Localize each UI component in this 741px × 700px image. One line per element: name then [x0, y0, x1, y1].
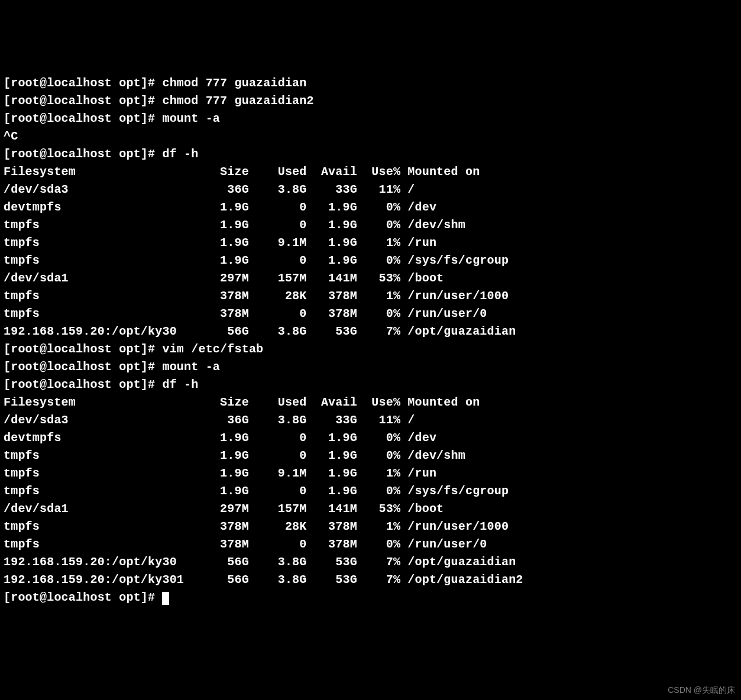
shell-prompt: [root@localhost opt]# [4, 76, 162, 90]
df-row: tmpfs 1.9G 9.1M 1.9G 1% /run [4, 465, 737, 482]
df-row: 192.168.159.20:/opt/ky301 56G 3.8G 53G 7… [4, 571, 737, 589]
shell-command: df -h [162, 147, 198, 161]
df-row: 192.168.159.20:/opt/ky30 56G 3.8G 53G 7%… [4, 323, 737, 341]
df-row: /dev/sda1 297M 157M 141M 53% /boot [4, 270, 737, 287]
df-row: tmpfs 1.9G 0 1.9G 0% /sys/fs/cgroup [4, 252, 737, 270]
shell-prompt: [root@localhost opt]# [4, 378, 162, 391]
df-row: tmpfs 1.9G 0 1.9G 0% /sys/fs/cgroup [4, 482, 737, 500]
shell-command: chmod 777 guazaidian2 [162, 94, 313, 108]
command-line: [root@localhost opt]# mount -a [4, 358, 737, 376]
cursor-icon [162, 592, 169, 605]
watermark-text: CSDN @失眠的床 [668, 684, 735, 696]
df-header: Filesystem Size Used Avail Use% Mounted … [4, 163, 737, 181]
command-line: [root@localhost opt]# df -h [4, 376, 737, 394]
df-row: 192.168.159.20:/opt/ky30 56G 3.8G 53G 7%… [4, 553, 737, 571]
df-row: tmpfs 378M 0 378M 0% /run/user/0 [4, 536, 737, 553]
command-line: [root@localhost opt]# vim /etc/fstab [4, 341, 737, 358]
shell-command: chmod 777 guazaidian [162, 76, 306, 90]
shell-prompt: [root@localhost opt]# [4, 591, 162, 604]
df-row: /dev/sda1 297M 157M 141M 53% /boot [4, 500, 737, 518]
shell-prompt: [root@localhost opt]# [4, 112, 162, 125]
df-row: devtmpfs 1.9G 0 1.9G 0% /dev [4, 199, 737, 216]
shell-prompt: [root@localhost opt]# [4, 342, 162, 356]
df-row: /dev/sda3 36G 3.8G 33G 11% / [4, 181, 737, 199]
shell-command: mount -a [162, 360, 220, 374]
df-row: tmpfs 1.9G 0 1.9G 0% /dev/shm [4, 216, 737, 234]
terminal-output[interactable]: [root@localhost opt]# chmod 777 guazaidi… [4, 74, 737, 607]
command-line: [root@localhost opt]# df -h [4, 145, 737, 163]
df-header: Filesystem Size Used Avail Use% Mounted … [4, 394, 737, 411]
command-line: [root@localhost opt]# [4, 589, 737, 607]
shell-prompt: [root@localhost opt]# [4, 147, 162, 161]
command-line: [root@localhost opt]# chmod 777 guazaidi… [4, 92, 737, 110]
shell-command: df -h [162, 378, 198, 391]
df-row: tmpfs 378M 28K 378M 1% /run/user/1000 [4, 518, 737, 536]
shell-command: mount -a [162, 112, 220, 125]
df-row: tmpfs 1.9G 9.1M 1.9G 1% /run [4, 234, 737, 252]
shell-prompt: [root@localhost opt]# [4, 94, 162, 108]
df-row: tmpfs 378M 28K 378M 1% /run/user/1000 [4, 287, 737, 305]
shell-prompt: [root@localhost opt]# [4, 360, 162, 374]
shell-command: vim /etc/fstab [162, 342, 263, 356]
df-row: devtmpfs 1.9G 0 1.9G 0% /dev [4, 429, 737, 447]
df-row: tmpfs 378M 0 378M 0% /run/user/0 [4, 305, 737, 323]
command-line: [root@localhost opt]# chmod 777 guazaidi… [4, 74, 737, 92]
command-line: [root@localhost opt]# mount -a [4, 110, 737, 128]
interrupt-line: ^C [4, 128, 737, 145]
df-row: /dev/sda3 36G 3.8G 33G 11% / [4, 411, 737, 429]
df-row: tmpfs 1.9G 0 1.9G 0% /dev/shm [4, 447, 737, 465]
